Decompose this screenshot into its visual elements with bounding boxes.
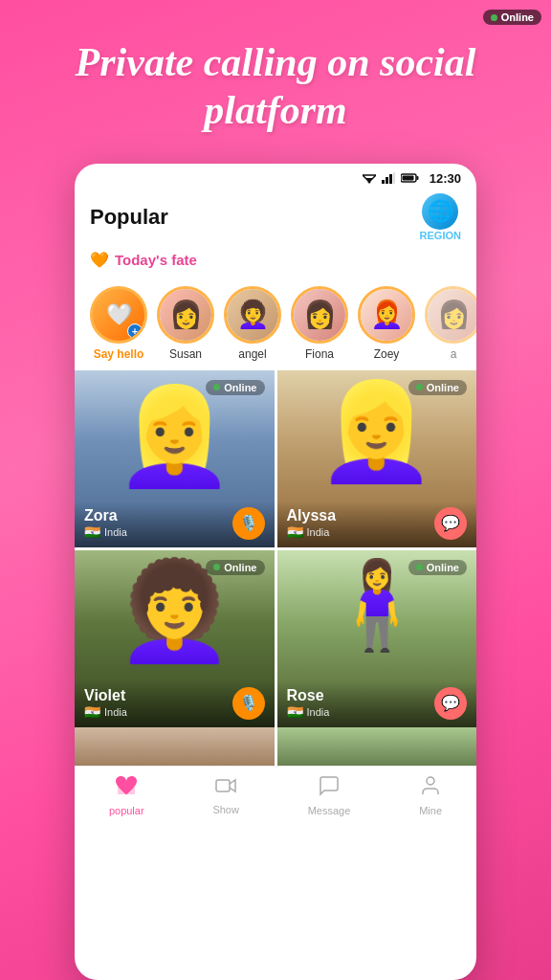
phone-container: 12:30 Popular 🌐 REGION 🧡 Today's fate 🤍 …	[75, 164, 476, 980]
partial-card-left-inner: Online	[75, 727, 275, 735]
status-time: 12:30	[430, 171, 461, 186]
app-header: Popular 🌐 REGION	[75, 189, 476, 247]
violet-status: Online	[224, 562, 256, 573]
plus-badge: +	[127, 323, 143, 339]
nav-item-popular[interactable]: popular	[109, 774, 144, 816]
avatar-row: 🤍 + Say hello 👩 Susan 👩‍🦱 angel 👩	[75, 286, 476, 370]
avatar-item-more[interactable]: 👩 a	[425, 286, 476, 361]
svg-rect-9	[402, 176, 413, 181]
zora-location: 🇮🇳 India	[84, 524, 127, 540]
violet-location: 🇮🇳 India	[84, 704, 127, 720]
popular-label: popular	[109, 805, 144, 816]
wifi-icon	[363, 172, 376, 184]
say-hello-ring: 🤍 +	[90, 286, 147, 344]
partial-card-right-inner: Online	[277, 727, 477, 735]
mine-icon	[419, 774, 442, 803]
alyssa-card-bottom: Alyssa 🇮🇳 India 💬	[277, 501, 477, 547]
online-dot	[416, 564, 423, 570]
avatar-ring-susan: 👩	[157, 286, 214, 344]
partial-card-right: Online	[277, 727, 477, 766]
alyssa-status: Online	[427, 382, 459, 393]
fate-label: 🧡 Today's fate	[90, 251, 461, 269]
zora-info: Zora 🇮🇳 India	[84, 507, 127, 540]
nav-item-message[interactable]: Message	[308, 774, 351, 816]
region-label: REGION	[420, 230, 461, 241]
rose-location-text: India	[307, 706, 330, 718]
bottom-navigation: popular Show Message	[75, 766, 476, 826]
violet-info: Violet 🇮🇳 India	[84, 687, 127, 720]
battery-icon	[401, 172, 420, 184]
region-button[interactable]: 🌐 REGION	[420, 193, 461, 241]
mine-label: Mine	[419, 805, 442, 816]
nav-item-mine[interactable]: Mine	[419, 774, 442, 816]
popular-icon	[115, 774, 138, 803]
page-title: Popular	[90, 205, 168, 230]
online-dot	[213, 384, 220, 390]
avatar-name-more: a	[451, 347, 457, 361]
svg-rect-5	[389, 174, 392, 184]
alyssa-name: Alyssa	[287, 507, 337, 524]
svg-rect-10	[216, 780, 230, 791]
alyssa-location: 🇮🇳 India	[287, 524, 337, 540]
avatar-item-susan[interactable]: 👩 Susan	[157, 286, 214, 361]
avatar-ring-angel: 👩‍🦱	[224, 286, 281, 344]
rose-online-badge: Online	[408, 560, 467, 575]
avatar-item-say-hello[interactable]: 🤍 + Say hello	[90, 286, 147, 361]
india-flag-icon: 🇮🇳	[287, 524, 303, 540]
zora-name: Zora	[84, 507, 127, 524]
zora-mic-button[interactable]: 🎙️	[232, 507, 265, 540]
india-flag-icon: 🇮🇳	[287, 704, 303, 720]
avatar-ring-zoey: 👩‍🦰	[358, 286, 415, 344]
svg-point-2	[367, 181, 370, 184]
svg-rect-4	[386, 177, 388, 184]
online-dot	[213, 564, 220, 570]
avatar-name-zoey: Zoey	[374, 347, 400, 361]
avatar-ring-more: 👩	[425, 286, 476, 344]
rose-name: Rose	[287, 687, 330, 704]
violet-name: Violet	[84, 687, 127, 704]
violet-card-bottom: Violet 🇮🇳 India 🎙️	[75, 681, 275, 727]
globe-icon: 🌐	[422, 193, 458, 230]
avatar-item-angel[interactable]: 👩‍🦱 angel	[224, 286, 281, 361]
violet-mic-button[interactable]: 🎙️	[232, 687, 265, 720]
message-icon	[318, 774, 341, 803]
svg-rect-3	[382, 180, 385, 184]
profile-card-alyssa[interactable]: 👱‍♀️ Online Alyssa 🇮🇳 India 💬	[277, 370, 477, 547]
status-bar: 12:30	[75, 164, 476, 189]
avatar-name-fiona: Fiona	[305, 347, 334, 361]
avatar-face-more: 👩	[428, 289, 476, 341]
profile-grid: 👱‍♀️ Online Zora 🇮🇳 India 🎙️ 👱‍♀️	[75, 370, 476, 727]
profile-card-zora[interactable]: 👱‍♀️ Online Zora 🇮🇳 India 🎙️	[75, 370, 275, 547]
nav-item-show[interactable]: Show	[212, 774, 239, 815]
avatar-face-susan: 👩	[160, 289, 211, 341]
say-hello-heart-icon: 🤍	[106, 302, 132, 327]
alyssa-chat-button[interactable]: 💬	[434, 507, 467, 540]
avatar-face-zoey: 👩‍🦰	[361, 289, 412, 341]
signal-icon	[382, 172, 395, 184]
profile-card-violet[interactable]: 👩‍🦱 Online Violet 🇮🇳 India 🎙️	[75, 550, 275, 727]
say-hello-label: Say hello	[94, 347, 144, 361]
rose-info: Rose 🇮🇳 India	[287, 687, 330, 720]
alyssa-online-badge: Online	[408, 380, 467, 395]
heart-icon: 🧡	[90, 251, 109, 269]
hero-title: Private calling on social platform	[0, 38, 551, 135]
violet-location-text: India	[104, 706, 127, 718]
partial-card-left: Online	[75, 727, 275, 766]
profile-card-rose[interactable]: 🧍‍♀️ Online Rose 🇮🇳 India 💬	[277, 550, 477, 727]
avatar-item-zoey[interactable]: 👩‍🦰 Zoey	[358, 286, 415, 361]
avatar-item-fiona[interactable]: 👩 Fiona	[291, 286, 348, 361]
violet-online-badge: Online	[206, 560, 264, 575]
alyssa-location-text: India	[307, 526, 330, 538]
fate-text: Today's fate	[115, 252, 197, 268]
rose-card-bottom: Rose 🇮🇳 India 💬	[277, 681, 477, 727]
india-flag-icon: 🇮🇳	[84, 704, 100, 720]
rose-chat-button[interactable]: 💬	[434, 687, 467, 720]
rose-location: 🇮🇳 India	[287, 704, 330, 720]
zora-card-bottom: Zora 🇮🇳 India 🎙️	[75, 501, 275, 547]
zora-status: Online	[224, 382, 256, 393]
show-label: Show	[212, 804, 239, 815]
fate-section: 🧡 Today's fate	[75, 247, 476, 286]
partial-row: Online Online	[75, 727, 476, 766]
svg-rect-8	[416, 176, 418, 180]
message-label: Message	[308, 805, 351, 816]
